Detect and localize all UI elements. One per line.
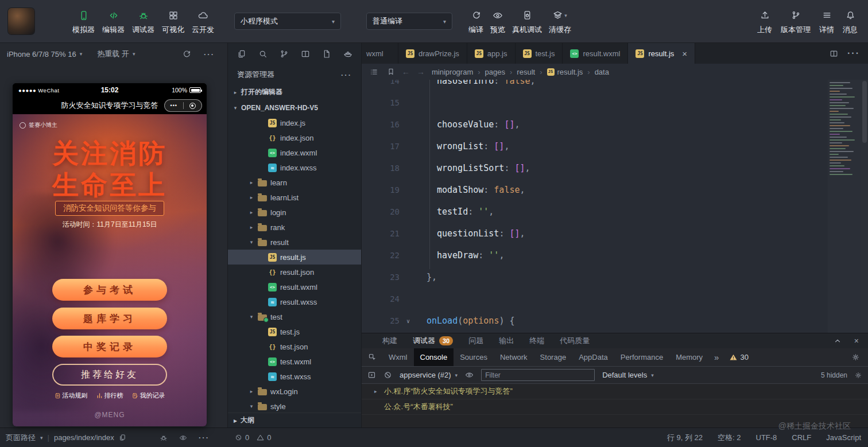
question-bank-button[interactable]: 题库学习 bbox=[52, 308, 167, 329]
code-editor[interactable]: 14hasUserInfo: false,1516chooseValue: []… bbox=[362, 80, 868, 333]
mode-dropdown[interactable]: 小程序模式 ▾ bbox=[234, 13, 341, 30]
tree-item-test.wxml[interactable]: <>test.wxml bbox=[228, 354, 361, 369]
outline-list-icon[interactable] bbox=[370, 68, 378, 76]
encoding[interactable]: UTF-8 bbox=[756, 433, 777, 442]
recommend-button[interactable]: 推荐给好友 bbox=[52, 364, 167, 386]
capsule-more-icon[interactable]: ••• bbox=[165, 103, 183, 108]
console-message[interactable]: ▸ 小.程.序“防火安全知识专项学习与竞答” bbox=[362, 384, 868, 399]
tree-item-result.json[interactable]: {}result.json bbox=[228, 265, 361, 279]
clear-console-icon[interactable] bbox=[383, 371, 392, 379]
tree-item-index.wxml[interactable]: <>index.wxml bbox=[228, 145, 361, 160]
tree-item-result[interactable]: ▾result bbox=[228, 235, 361, 250]
editor-tab-result.js[interactable]: JSresult.js× bbox=[628, 43, 695, 64]
console-sidebar-icon[interactable] bbox=[367, 371, 376, 379]
debugger-button[interactable]: 调试器 bbox=[132, 7, 154, 35]
tree-item-style[interactable]: ▾style bbox=[228, 399, 361, 413]
warning-counter[interactable]: 30 bbox=[730, 353, 748, 362]
vconsole-debug-icon[interactable] bbox=[160, 434, 168, 442]
breadcrumb-item-miniprogram[interactable]: miniprogram bbox=[432, 68, 473, 76]
devtools-tab-sources[interactable]: Sources bbox=[454, 348, 494, 366]
eye-icon[interactable] bbox=[179, 434, 187, 442]
devtools-tab-memory[interactable]: Memory bbox=[669, 348, 709, 366]
source-control-icon[interactable] bbox=[280, 49, 289, 59]
devtools-tab-wxml[interactable]: Wxml bbox=[382, 348, 414, 366]
clear-cache-button[interactable]: ▾清缓存 bbox=[549, 7, 571, 35]
devtools-settings-icon[interactable] bbox=[851, 353, 868, 362]
devtools-tab-network[interactable]: Network bbox=[494, 348, 534, 366]
version-button[interactable]: 版本管理 bbox=[781, 7, 811, 35]
more-options-icon[interactable]: ··· bbox=[199, 433, 210, 442]
split-editor-icon[interactable] bbox=[830, 49, 838, 58]
simulator-button[interactable]: 模拟器 bbox=[72, 7, 95, 35]
files-icon[interactable] bbox=[237, 49, 246, 59]
console-message[interactable]: 公.众.号“木番薯科技” bbox=[362, 399, 868, 415]
minimap[interactable] bbox=[828, 80, 861, 333]
devtools-tab-performance[interactable]: Performance bbox=[614, 348, 669, 366]
page-path-label[interactable]: 页面路径 bbox=[6, 433, 36, 443]
capsule-close-icon[interactable] bbox=[184, 103, 202, 109]
breadcrumb-item-result[interactable]: result bbox=[517, 68, 535, 76]
log-levels-dropdown[interactable]: Default levels ▾ bbox=[602, 371, 654, 379]
visualize-button[interactable]: 可视化 bbox=[162, 7, 184, 35]
refresh-icon[interactable] bbox=[182, 49, 191, 59]
prize-record-button[interactable]: 中奖记录 bbox=[52, 336, 167, 357]
my-record-link[interactable]: 我的记录 bbox=[132, 391, 165, 400]
split-layout-icon[interactable] bbox=[301, 49, 310, 59]
inspect-element-icon[interactable] bbox=[362, 353, 382, 362]
outline-section[interactable]: ▸ 大纲 bbox=[228, 413, 361, 427]
editor-button[interactable]: 编辑器 bbox=[102, 7, 125, 35]
panel-close-icon[interactable]: × bbox=[854, 336, 859, 345]
js-context-dropdown[interactable]: appservice (#2) ▾ bbox=[400, 371, 458, 379]
tree-item-index.js[interactable]: JSindex.js bbox=[228, 115, 361, 130]
devtools-tab-console[interactable]: Console bbox=[414, 348, 454, 366]
console-filter-input[interactable] bbox=[481, 369, 595, 381]
panel-tab-problems[interactable]: 问题 bbox=[468, 336, 483, 346]
editor-tab-app.js[interactable]: JSapp.js bbox=[467, 43, 516, 64]
tree-item-test.js[interactable]: JStest.js bbox=[228, 324, 361, 339]
clouddev-button[interactable]: 云开发 bbox=[192, 7, 214, 35]
panel-tab-build[interactable]: 构建 bbox=[382, 336, 397, 346]
close-tab-icon[interactable]: × bbox=[682, 49, 687, 58]
indentation[interactable]: 空格: 2 bbox=[718, 433, 741, 443]
page-path-value[interactable]: pages/index/index bbox=[54, 433, 114, 442]
bookmark-icon[interactable] bbox=[387, 68, 395, 76]
editor-tab-drawPrize.js[interactable]: JSdrawPrize.js bbox=[398, 43, 467, 64]
hidden-messages-label[interactable]: 5 hidden bbox=[821, 371, 847, 379]
tree-item-result.wxss[interactable]: ≈result.wxss bbox=[228, 294, 361, 309]
tab-more-icon[interactable]: ··· bbox=[847, 48, 860, 59]
preview-button[interactable]: 预览 bbox=[490, 7, 505, 35]
breadcrumb-item-data[interactable]: data bbox=[595, 68, 609, 76]
console-settings-icon[interactable] bbox=[854, 371, 862, 379]
fold-chevron-icon[interactable]: ∨ bbox=[400, 318, 417, 324]
message-button[interactable]: 消息 bbox=[843, 7, 858, 35]
nav-back-icon[interactable]: ← bbox=[402, 67, 410, 76]
panel-tab-output[interactable]: 输出 bbox=[499, 336, 514, 346]
tree-item-wxLogin[interactable]: ▸wxLogin bbox=[228, 384, 361, 399]
panel-collapse-icon[interactable] bbox=[834, 337, 842, 345]
compile-mode-dropdown[interactable]: 普通编译 ▾ bbox=[366, 13, 452, 30]
panel-tab-debugger[interactable]: 调试器30 bbox=[413, 336, 453, 346]
device-selector-dropdown[interactable]: iPhone 6/7/8 75% 16 ▾ bbox=[7, 50, 82, 59]
tree-item-rank[interactable]: ▸rank bbox=[228, 220, 361, 235]
devtools-tab-appdata[interactable]: AppData bbox=[572, 348, 614, 366]
panel-tab-terminal[interactable]: 终端 bbox=[529, 336, 544, 346]
search-icon[interactable] bbox=[258, 49, 268, 59]
line-ending[interactable]: CRLF bbox=[792, 433, 811, 442]
editor-tab-wxml[interactable]: wxml bbox=[362, 43, 398, 64]
ranking-link[interactable]: 排行榜 bbox=[96, 391, 123, 400]
device-debug-button[interactable]: 真机调试 bbox=[512, 7, 542, 35]
tree-item-index.json[interactable]: {}index.json bbox=[228, 130, 361, 145]
user-avatar[interactable] bbox=[8, 8, 34, 34]
tree-item-test.json[interactable]: {}test.json bbox=[228, 339, 361, 354]
expand-arrow-icon[interactable]: ▸ bbox=[374, 388, 379, 394]
tree-item-learn[interactable]: ▸learn bbox=[228, 175, 361, 190]
project-root-section[interactable]: ▾ OPEN_ANSWER-HD-V5 bbox=[228, 100, 361, 115]
details-button[interactable]: 详情 bbox=[819, 7, 834, 35]
breadcrumb-item-pages[interactable]: pages bbox=[485, 68, 505, 76]
panel-tab-code-quality[interactable]: 代码质量 bbox=[560, 336, 590, 346]
eye-icon[interactable] bbox=[465, 371, 474, 379]
problems-counter[interactable]: 0 0 bbox=[228, 433, 362, 442]
file-icon[interactable] bbox=[322, 49, 331, 59]
tree-item-result.js[interactable]: JSresult.js bbox=[228, 250, 361, 265]
explorer-more-icon[interactable]: ··· bbox=[341, 71, 352, 79]
